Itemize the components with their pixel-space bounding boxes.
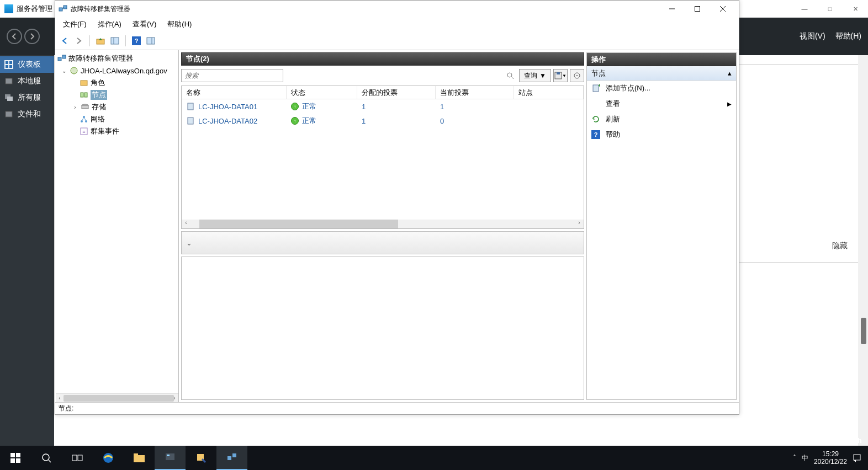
statusbar: 节点:	[55, 402, 739, 414]
tools-button[interactable]	[186, 446, 216, 470]
list-hscrollbar[interactable]: ‹ ›	[182, 220, 584, 228]
fg-close-button[interactable]	[710, 1, 735, 17]
svg-rect-3	[6, 65, 8, 68]
start-button[interactable]	[0, 446, 31, 470]
cluster-manager-taskbar-button[interactable]	[216, 446, 247, 470]
nav-forward-icon[interactable]	[73, 35, 85, 47]
sidebar-item-local[interactable]: 本地服	[0, 73, 54, 89]
server-manager-taskbar-button[interactable]	[155, 446, 186, 470]
menu-action[interactable]: 操作(A)	[92, 17, 127, 31]
bg-scrollbar-thumb[interactable]	[861, 318, 866, 344]
scroll-thumb[interactable]	[63, 395, 174, 402]
ime-indicator[interactable]: 中	[802, 453, 808, 463]
action-label: 刷新	[606, 114, 620, 124]
col-status[interactable]: 状态	[287, 86, 357, 99]
bg-minimize-button[interactable]: —	[792, 0, 817, 18]
svg-rect-25	[84, 93, 87, 97]
expand-icon[interactable]: ⌄	[61, 68, 67, 74]
sidebar-item-label: 本地服	[18, 76, 41, 86]
save-query-button[interactable]: ▼	[553, 69, 568, 82]
servers-icon	[4, 93, 13, 102]
sidebar-item-dashboard[interactable]: 仪表板	[0, 56, 54, 73]
storage-icon	[81, 103, 89, 111]
sidebar-item-files[interactable]: 文件和	[0, 106, 54, 122]
scroll-right-icon[interactable]: ›	[575, 220, 584, 228]
detail-pane[interactable]: ⌄	[181, 231, 584, 254]
bg-scrollbar[interactable]	[858, 55, 868, 446]
chevron-down-icon[interactable]: ⌄	[186, 239, 192, 247]
explorer-button[interactable]	[124, 446, 155, 470]
svg-rect-27	[82, 105, 88, 109]
fg-minimize-button[interactable]	[659, 1, 685, 17]
expand-icon[interactable]: ›	[72, 104, 78, 110]
query-button[interactable]: 查询 ▼	[519, 69, 551, 82]
sidebar-item-all[interactable]: 所有服	[0, 89, 54, 106]
action-add-node[interactable]: + 添加节点(N)...	[587, 81, 736, 96]
status-ok-icon: ↑	[291, 103, 299, 110]
network-icon	[80, 115, 88, 124]
tree-label: 网络	[91, 114, 105, 124]
bg-help-menu[interactable]: 帮助(H)	[835, 31, 861, 41]
nav-back-icon[interactable]	[59, 35, 71, 47]
nav-back-button[interactable]	[7, 29, 22, 44]
scroll-left-icon[interactable]: ‹	[56, 395, 63, 401]
tree-root[interactable]: 故障转移群集管理器	[57, 52, 176, 65]
help-icon[interactable]: ?	[130, 35, 142, 47]
up-folder-icon[interactable]	[94, 35, 107, 47]
action-refresh[interactable]: 刷新	[587, 111, 736, 127]
tree-cluster[interactable]: ⌄ JHOA-LCAlwaysOn.qd.gov	[57, 65, 176, 77]
tree-storage[interactable]: › 存储	[57, 101, 176, 113]
options-button[interactable]	[570, 69, 584, 82]
svg-rect-36	[557, 72, 560, 74]
svg-rect-55	[166, 453, 174, 460]
list-row[interactable]: LC-JHOA-DATA01 ↑ 正常 1 1	[182, 99, 584, 114]
col-name[interactable]: 名称	[182, 86, 287, 99]
help-icon: ?	[591, 130, 600, 139]
watermark: https://blog.csdn.net/zqh123zqh	[768, 437, 861, 445]
col-site[interactable]: 站点	[514, 86, 584, 99]
show-action-pane-icon[interactable]	[145, 35, 157, 47]
tree-hscrollbar[interactable]: ‹ ›	[56, 393, 178, 402]
action-view[interactable]: 查看 ▶	[587, 96, 736, 111]
notifications-icon[interactable]	[853, 453, 861, 462]
search-button[interactable]	[31, 446, 62, 470]
task-view-button[interactable]	[62, 446, 93, 470]
action-help[interactable]: ? 帮助	[587, 127, 736, 142]
col-current[interactable]: 当前投票	[436, 86, 514, 99]
tree-roles[interactable]: 角色	[57, 77, 176, 89]
events-icon: ≡	[80, 127, 88, 136]
tree-network[interactable]: 网络	[57, 113, 176, 125]
tree-label: 群集事件	[91, 126, 119, 136]
menu-view[interactable]: 查看(V)	[127, 17, 162, 31]
svg-point-48	[43, 454, 49, 461]
collapse-icon[interactable]: ▴	[728, 69, 732, 77]
scroll-right-icon[interactable]: ›	[171, 395, 178, 401]
tree-events[interactable]: ≡ 群集事件	[57, 125, 176, 137]
tree-label: 节点	[91, 90, 107, 100]
nodes-icon	[80, 90, 88, 99]
taskbar-clock[interactable]: 15:29 2020/12/22	[814, 450, 847, 466]
hide-link[interactable]: 隐藏	[832, 241, 848, 251]
ie-button[interactable]	[93, 446, 124, 470]
menu-help[interactable]: 帮助(H)	[162, 17, 197, 31]
bg-close-button[interactable]: ✕	[843, 0, 868, 18]
svg-rect-44	[10, 453, 15, 457]
dashboard-icon	[4, 60, 13, 69]
scroll-thumb[interactable]	[199, 220, 398, 228]
bg-maximize-button[interactable]: □	[817, 0, 843, 18]
fg-body: 故障转移群集管理器 ⌄ JHOA-LCAlwaysOn.qd.gov 角色 节点…	[55, 50, 739, 402]
fg-maximize-button[interactable]	[685, 1, 710, 17]
search-icon[interactable]	[505, 71, 515, 81]
tree-nodes[interactable]: 节点	[57, 89, 176, 101]
menu-file[interactable]: 文件(F)	[57, 17, 92, 31]
sidebar-item-label: 仪表板	[18, 60, 41, 70]
bg-view-menu[interactable]: 视图(V)	[800, 31, 825, 41]
fg-titlebar[interactable]: 故障转移群集管理器	[55, 1, 739, 17]
show-hide-tree-icon[interactable]	[109, 35, 121, 47]
tray-up-icon[interactable]: ˄	[793, 454, 796, 462]
list-row[interactable]: LC-JHOA-DATA02 ↑ 正常 1 0	[182, 114, 584, 128]
nav-forward-button[interactable]	[24, 29, 40, 44]
scroll-left-icon[interactable]: ‹	[182, 220, 190, 228]
col-votes[interactable]: 分配的投票	[357, 86, 436, 99]
search-input[interactable]	[181, 69, 283, 82]
